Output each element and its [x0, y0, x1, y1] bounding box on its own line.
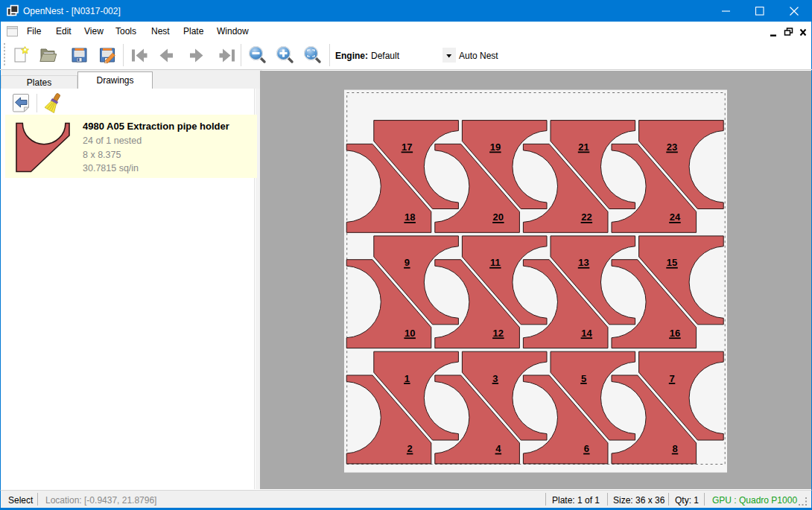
- svg-text:14: 14: [581, 328, 592, 339]
- svg-text:21: 21: [578, 141, 589, 153]
- svg-text:9: 9: [405, 257, 410, 268]
- svg-text:20: 20: [493, 211, 504, 223]
- svg-text:11: 11: [490, 257, 501, 268]
- svg-text:17: 17: [402, 141, 412, 153]
- svg-text:10: 10: [405, 328, 415, 339]
- svg-text:18: 18: [405, 211, 415, 223]
- svg-text:6: 6: [584, 443, 589, 454]
- svg-text:1: 1: [405, 373, 410, 384]
- svg-text:24: 24: [670, 211, 681, 223]
- svg-text:4: 4: [495, 443, 501, 454]
- svg-text:22: 22: [581, 211, 591, 223]
- svg-text:2: 2: [407, 443, 413, 454]
- svg-text:12: 12: [493, 328, 504, 339]
- svg-text:7: 7: [669, 373, 674, 384]
- svg-text:5: 5: [581, 373, 586, 384]
- svg-text:13: 13: [578, 257, 589, 268]
- svg-text:15: 15: [667, 257, 677, 268]
- svg-text:8: 8: [672, 443, 677, 454]
- svg-text:23: 23: [667, 141, 677, 153]
- svg-text:3: 3: [492, 373, 498, 384]
- svg-text:19: 19: [490, 141, 501, 153]
- svg-text:16: 16: [670, 328, 680, 339]
